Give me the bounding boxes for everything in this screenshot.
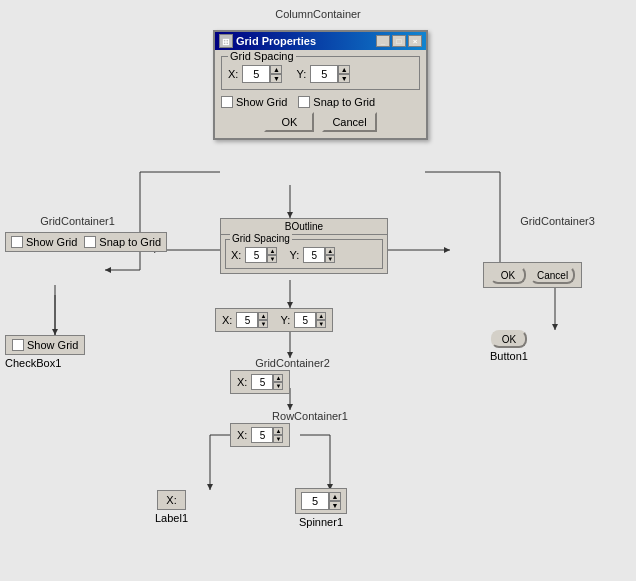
- checkbox1-text: Show Grid: [27, 339, 78, 351]
- spinner1-up[interactable]: ▲: [329, 492, 341, 501]
- y-spinner-buttons: ▲ ▼: [338, 65, 350, 83]
- label1-widget: X:: [157, 490, 185, 510]
- gc1-show-grid-checkbox[interactable]: [11, 236, 23, 248]
- show-grid-checkbox[interactable]: [221, 96, 233, 108]
- label1-text: X:: [166, 494, 176, 506]
- spinner1-container: ▲ ▼ Spinner1: [295, 488, 347, 528]
- rc1-x-down[interactable]: ▼: [273, 435, 283, 443]
- button1-widget[interactable]: OK: [491, 330, 527, 348]
- button1-container: OK Button1: [490, 330, 528, 362]
- y-spinner[interactable]: ▲ ▼: [310, 65, 350, 83]
- standalone-y-input[interactable]: [294, 312, 316, 328]
- spinner1-widget[interactable]: ▲ ▼: [295, 488, 347, 514]
- grid-container2-label: GridContainer2: [215, 357, 370, 369]
- spinner1-btns: ▲ ▼: [329, 492, 341, 510]
- checkbox1-label: CheckBox1: [5, 357, 61, 369]
- x-spinner[interactable]: ▲ ▼: [242, 65, 282, 83]
- standalone-x-down[interactable]: ▼: [258, 320, 268, 328]
- standalone-y-up[interactable]: ▲: [316, 312, 326, 320]
- y-up-button[interactable]: ▲: [338, 65, 350, 74]
- grid-container1-label: GridContainer1: [0, 215, 155, 227]
- boutline-x-btns: ▲ ▼: [267, 247, 277, 263]
- gc1-snap-grid-label: Snap to Grid: [99, 236, 161, 248]
- boutline-x-spinner[interactable]: ▲ ▼: [245, 247, 277, 263]
- rc1-x-up[interactable]: ▲: [273, 427, 283, 435]
- spinner1-down[interactable]: ▼: [329, 501, 341, 510]
- boutline-grid-spacing-group: Grid Spacing X: ▲ ▼ Y: ▲ ▼: [225, 239, 383, 269]
- standalone-x-input[interactable]: [236, 312, 258, 328]
- standalone-y-down[interactable]: ▼: [316, 320, 326, 328]
- grid-container3-box: OK Cancel: [483, 262, 582, 288]
- rc1-x-label: X:: [237, 429, 247, 441]
- button1-caption: Button1: [490, 350, 528, 362]
- spinner1-input[interactable]: [301, 492, 329, 510]
- boutline-y-input[interactable]: [303, 247, 325, 263]
- boutline-x-up[interactable]: ▲: [267, 247, 277, 255]
- show-grid-row: Show Grid Snap to Grid: [221, 96, 420, 108]
- cancel-button[interactable]: Cancel: [322, 112, 376, 132]
- minimize-button[interactable]: _: [376, 35, 390, 47]
- boutline-spacing-label: Grid Spacing: [230, 233, 292, 244]
- titlebar-controls: _ □ ×: [376, 35, 422, 47]
- gc3-ok-button[interactable]: OK: [490, 266, 526, 284]
- label1-container: X: Label1: [155, 490, 188, 524]
- x-input[interactable]: [242, 65, 270, 83]
- row-container1-box: X: ▲ ▼: [230, 423, 290, 447]
- boutline-y-down[interactable]: ▼: [325, 255, 335, 263]
- boutline-x-input[interactable]: [245, 247, 267, 263]
- y-label: Y:: [296, 68, 306, 80]
- gc2-x-down[interactable]: ▼: [273, 382, 283, 390]
- boutline-y-label: Y:: [289, 249, 299, 261]
- boutline-xy-row: X: ▲ ▼ Y: ▲ ▼: [231, 247, 377, 263]
- close-button[interactable]: ×: [408, 35, 422, 47]
- ok-button[interactable]: OK: [264, 112, 314, 132]
- boutline-x-label: X:: [231, 249, 241, 261]
- gc1-snap-grid-checkbox[interactable]: [84, 236, 96, 248]
- boutline-x-down[interactable]: ▼: [267, 255, 277, 263]
- standalone-y-spinner[interactable]: ▲ ▼: [294, 312, 326, 328]
- gc2-x-spinner[interactable]: ▲ ▼: [251, 374, 283, 390]
- boutline-y-spinner[interactable]: ▲ ▼: [303, 247, 335, 263]
- standalone-x-label: X:: [222, 314, 232, 326]
- grid-spacing-label: Grid Spacing: [228, 50, 296, 62]
- checkbox1-check[interactable]: [12, 339, 24, 351]
- standalone-y-btns: ▲ ▼: [316, 312, 326, 328]
- checkbox1-container: Show Grid CheckBox1: [5, 335, 85, 369]
- standalone-y-label: Y:: [280, 314, 290, 326]
- boutline-body: Grid Spacing X: ▲ ▼ Y: ▲ ▼: [221, 235, 387, 273]
- dialog-titlebar: ⊞ Grid Properties _ □ ×: [215, 32, 426, 50]
- boutline-y-up[interactable]: ▲: [325, 247, 335, 255]
- dialog-title: Grid Properties: [236, 35, 316, 47]
- boutline-dialog: BOutline Grid Spacing X: ▲ ▼ Y: ▲: [220, 218, 388, 274]
- grid-container2-box: X: ▲ ▼: [230, 370, 290, 394]
- xy-spinner-row: X: ▲ ▼ Y: ▲ ▼: [228, 65, 413, 83]
- xy-row-standalone: X: ▲ ▼ Y: ▲ ▼: [215, 308, 333, 332]
- rc1-x-spinner[interactable]: ▲ ▼: [251, 427, 283, 443]
- checkbox1-widget: Show Grid: [5, 335, 85, 355]
- snap-to-grid-checkbox[interactable]: [298, 96, 310, 108]
- restore-button[interactable]: □: [392, 35, 406, 47]
- spinner1-caption: Spinner1: [299, 516, 343, 528]
- row-container1-label: RowContainer1: [220, 410, 400, 422]
- gc3-cancel-button[interactable]: Cancel: [530, 266, 575, 284]
- dialog-icon: ⊞: [219, 34, 233, 48]
- label1-caption: Label1: [155, 512, 188, 524]
- grid-container3-label: GridContainer3: [480, 215, 635, 227]
- y-down-button[interactable]: ▼: [338, 74, 350, 83]
- grid-properties-dialog: ⊞ Grid Properties _ □ × Grid Spacing X: …: [213, 30, 428, 140]
- standalone-x-up[interactable]: ▲: [258, 312, 268, 320]
- grid-spacing-group: Grid Spacing X: ▲ ▼ Y: ▲ ▼: [221, 56, 420, 90]
- x-down-button[interactable]: ▼: [270, 74, 282, 83]
- rc1-x-input[interactable]: [251, 427, 273, 443]
- gc2-x-input[interactable]: [251, 374, 273, 390]
- snap-to-grid-label: Snap to Grid: [313, 96, 375, 108]
- gc2-x-up[interactable]: ▲: [273, 374, 283, 382]
- button-row: OK Cancel: [221, 112, 420, 132]
- boutline-y-btns: ▲ ▼: [325, 247, 335, 263]
- standalone-x-spinner[interactable]: ▲ ▼: [236, 312, 268, 328]
- x-up-button[interactable]: ▲: [270, 65, 282, 74]
- gc1-show-grid-label: Show Grid: [26, 236, 77, 248]
- show-grid-label: Show Grid: [236, 96, 287, 108]
- gc2-x-label: X:: [237, 376, 247, 388]
- y-input[interactable]: [310, 65, 338, 83]
